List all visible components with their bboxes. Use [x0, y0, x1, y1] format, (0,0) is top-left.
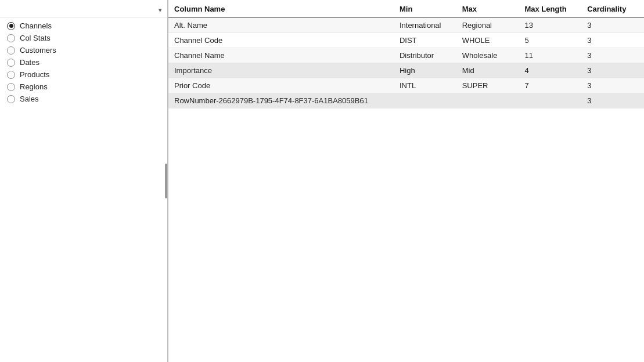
list-item[interactable]: Dates	[3, 56, 167, 68]
cell-max-length	[519, 93, 581, 108]
radio-button[interactable]	[7, 46, 15, 55]
col-header-max: Max	[456, 0, 519, 17]
table-name-item: Dates	[20, 58, 39, 67]
cell-cardinality: 3	[581, 63, 644, 78]
resize-handle[interactable]	[164, 0, 168, 362]
radio-button[interactable]	[7, 59, 15, 67]
cell-cardinality: 3	[581, 78, 644, 93]
radio-button[interactable]	[7, 83, 15, 91]
table-row: Channel CodeDISTWHOLE53	[168, 33, 644, 48]
column-stats-table: Column Name Min Max Max Length Cardinali…	[168, 0, 644, 108]
list-item[interactable]: Regions	[3, 81, 167, 93]
list-item[interactable]: Customers	[3, 44, 167, 56]
table-header-row: Column Name Min Max Max Length Cardinali…	[168, 0, 644, 17]
cell-max: Regional	[456, 17, 519, 33]
cell-min	[394, 93, 456, 108]
cell-max-length: 4	[519, 63, 581, 78]
col-header-cardinality: Cardinality	[581, 0, 644, 17]
table-body: Alt. NameInternationalRegional133Channel…	[168, 17, 644, 108]
table-list: ChannelsCol StatsCustomersDatesProductsR…	[0, 20, 167, 105]
table-name-item: Sales	[20, 95, 39, 103]
table-name-header: ▾	[0, 5, 167, 17]
table-name-item: Regions	[20, 82, 48, 91]
table-row: Channel NameDistributorWholesale113	[168, 48, 644, 63]
table-name-item: Customers	[20, 46, 56, 55]
table-row: RowNumber-2662979B-1795-4F74-8F37-6A1BA8…	[168, 93, 644, 108]
cell-cardinality: 3	[581, 33, 644, 48]
cell-max-length: 5	[519, 33, 581, 48]
cell-column-name: Prior Code	[168, 78, 394, 93]
table-row: Alt. NameInternationalRegional133	[168, 17, 644, 33]
col-header-max-length: Max Length	[519, 0, 581, 17]
cell-min: INTL	[394, 78, 456, 93]
cell-column-name: Importance	[168, 63, 394, 78]
cell-column-name: Alt. Name	[168, 17, 394, 33]
cell-max: Wholesale	[456, 48, 519, 63]
cell-min: International	[394, 17, 456, 33]
table-name-item: Col Stats	[20, 34, 51, 42]
cell-max: SUPER	[456, 78, 519, 93]
table-row: ImportanceHighMid43	[168, 63, 644, 78]
cell-cardinality: 3	[581, 17, 644, 33]
list-item[interactable]: Col Stats	[3, 32, 167, 44]
cell-max-length: 13	[519, 17, 581, 33]
left-panel: ▾ ChannelsCol StatsCustomersDatesProduct…	[0, 0, 168, 362]
cell-min: DIST	[394, 33, 456, 48]
radio-button[interactable]	[7, 34, 15, 42]
cell-max-length: 11	[519, 48, 581, 63]
chevron-down-icon[interactable]: ▾	[159, 7, 161, 13]
cell-cardinality: 3	[581, 48, 644, 63]
cell-column-name: Channel Name	[168, 48, 394, 63]
cell-max: Mid	[456, 63, 519, 78]
radio-button[interactable]	[7, 71, 15, 79]
list-item[interactable]: Channels	[3, 20, 167, 32]
radio-button[interactable]	[7, 22, 15, 30]
cell-cardinality: 3	[581, 93, 644, 108]
cell-column-name: Channel Code	[168, 33, 394, 48]
cell-column-name: RowNumber-2662979B-1795-4F74-8F37-6A1BA8…	[168, 93, 394, 108]
list-item[interactable]: Products	[3, 68, 167, 81]
cell-min: High	[394, 63, 456, 78]
table-name-item: Products	[20, 70, 49, 79]
cell-max: WHOLE	[456, 33, 519, 48]
cell-max	[456, 93, 519, 108]
right-panel: Column Name Min Max Max Length Cardinali…	[168, 0, 644, 362]
table-name-item: Channels	[20, 21, 52, 30]
col-header-min: Min	[394, 0, 456, 17]
resize-handle-bar	[165, 164, 167, 198]
cell-max-length: 7	[519, 78, 581, 93]
col-header-column-name: Column Name	[168, 0, 394, 17]
table-row: Prior CodeINTLSUPER73	[168, 78, 644, 93]
radio-button[interactable]	[7, 95, 15, 103]
cell-min: Distributor	[394, 48, 456, 63]
list-item[interactable]: Sales	[3, 93, 167, 105]
